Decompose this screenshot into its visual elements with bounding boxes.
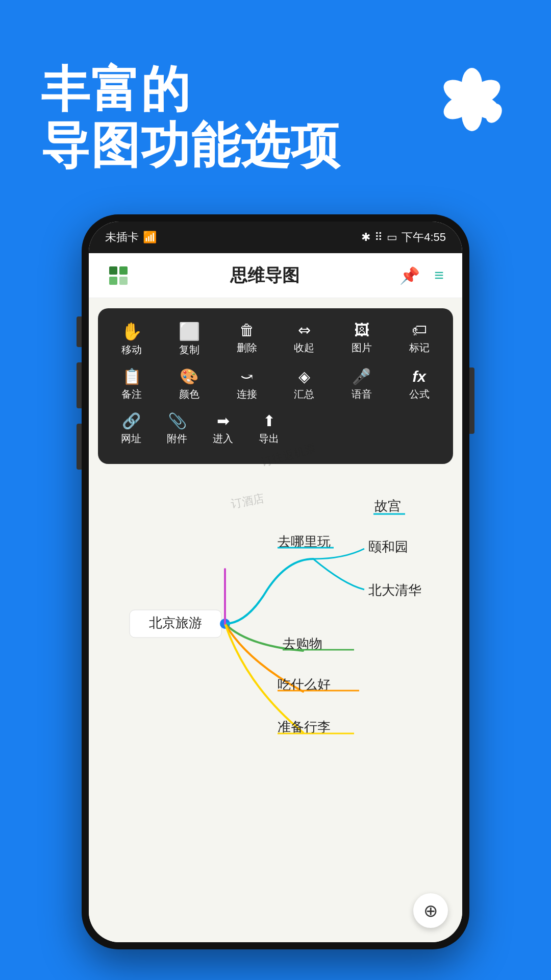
image-icon: 🖼 (354, 323, 369, 338)
move-icon: ✋ (121, 323, 142, 340)
bluetooth-icon: ✱ (361, 231, 370, 244)
content-area: ✋ 移动 ⬜ 复制 🗑 删除 ⇔ 收起 (89, 298, 462, 942)
app-title: 思维导图 (230, 264, 299, 287)
phone-silent (77, 424, 82, 470)
move-label: 移动 (121, 343, 142, 357)
app-logo-icon[interactable] (107, 264, 130, 287)
toolbar-attachment[interactable]: 📎 附件 (154, 409, 200, 450)
image-label: 图片 (352, 341, 372, 355)
collapse-label: 收起 (294, 341, 314, 355)
svg-rect-7 (109, 266, 117, 275)
toolbar-color[interactable]: 🎨 颜色 (166, 365, 212, 405)
tag-label: 标记 (409, 341, 430, 355)
app-bar-icons: 📌 ≡ (399, 266, 444, 285)
toolbar-tag[interactable]: 🏷 标记 (396, 318, 442, 361)
signal-icon: 📶 (143, 231, 157, 244)
enter-icon: ➡ (217, 413, 230, 429)
tag-icon: 🏷 (412, 323, 427, 338)
summary-label: 汇总 (294, 387, 314, 401)
toolbar-delete[interactable]: 🗑 删除 (224, 318, 270, 361)
voice-label: 语音 (352, 387, 372, 401)
formula-label: 公式 (409, 387, 430, 401)
phone-volume-up (77, 316, 82, 347)
svg-text:故宫: 故宫 (374, 498, 401, 513)
time-display: 下午4:55 (402, 230, 446, 245)
collapse-icon: ⇔ (298, 323, 311, 338)
status-right: ✱ ⠿ ▭ 下午4:55 (361, 230, 446, 245)
phone-mockup: 未插卡 📶 ✱ ⠿ ▭ 下午4:55 (82, 214, 469, 949)
export-icon: ⬆ (263, 413, 276, 429)
phone-volume-down (77, 362, 82, 408)
toolbar-row-3: 🔗 网址 📎 附件 ➡ 进入 ⬆ 导出 (103, 409, 448, 450)
svg-text:准备行李: 准备行李 (278, 719, 331, 734)
export-label: 导出 (259, 432, 279, 446)
url-label: 网址 (121, 432, 141, 446)
summary-icon: ◈ (298, 369, 310, 384)
formula-icon: fx (412, 369, 426, 384)
connect-icon: ⤻ (240, 369, 253, 384)
delete-icon: 🗑 (239, 323, 255, 338)
toolbar-row-1: ✋ 移动 ⬜ 复制 🗑 删除 ⇔ 收起 (103, 318, 448, 361)
status-left: 未插卡 📶 (105, 230, 157, 245)
toolbar-note[interactable]: 📋 备注 (109, 365, 155, 405)
attachment-icon: 📎 (168, 413, 187, 429)
toolbar-image[interactable]: 🖼 图片 (339, 318, 385, 361)
phone-screen: 未插卡 📶 ✱ ⠿ ▭ 下午4:55 (89, 222, 462, 942)
app-bar: 思维导图 📌 ≡ (89, 253, 462, 298)
toolbar-url[interactable]: 🔗 网址 (108, 409, 154, 450)
menu-icon[interactable]: ≡ (434, 266, 444, 285)
phone-power (469, 368, 474, 434)
header-line1: 丰富的 (41, 61, 341, 117)
enter-label: 进入 (213, 432, 233, 446)
color-label: 颜色 (179, 387, 199, 401)
attachment-label: 附件 (167, 432, 187, 446)
copy-label: 复制 (179, 343, 199, 357)
copy-icon: ⬜ (179, 323, 200, 340)
url-icon: 🔗 (122, 413, 141, 429)
pin-icon[interactable]: 📌 (399, 266, 420, 285)
header-line2: 导图功能选项 (41, 117, 341, 174)
battery-icon: ▭ (387, 231, 397, 244)
toolbar-export[interactable]: ⬆ 导出 (246, 409, 292, 450)
svg-rect-10 (119, 277, 128, 285)
delete-label: 删除 (237, 341, 257, 355)
vibrate-icon: ⠿ (374, 231, 383, 244)
toolbar-move[interactable]: ✋ 移动 (109, 318, 155, 361)
header-text: 丰富的 导图功能选项 (41, 61, 341, 174)
svg-rect-9 (109, 277, 117, 285)
toolbar-summary[interactable]: ◈ 汇总 (281, 365, 327, 405)
svg-text:北大清华: 北大清华 (368, 582, 421, 598)
phone-frame: 未插卡 📶 ✱ ⠿ ▭ 下午4:55 (82, 214, 469, 949)
toolbar-popup: ✋ 移动 ⬜ 复制 🗑 删除 ⇔ 收起 (98, 308, 453, 464)
status-bar: 未插卡 📶 ✱ ⠿ ▭ 下午4:55 (89, 222, 462, 253)
toolbar-formula[interactable]: fx 公式 (396, 365, 442, 405)
toolbar-copy[interactable]: ⬜ 复制 (166, 318, 212, 361)
svg-text:北京旅游: 北京旅游 (149, 615, 202, 630)
carrier-text: 未插卡 (105, 230, 139, 245)
svg-text:订酒店: 订酒店 (230, 492, 265, 510)
toolbar-voice[interactable]: 🎤 语音 (339, 365, 385, 405)
svg-text:颐和园: 颐和园 (368, 539, 408, 554)
toolbar-connect[interactable]: ⤻ 连接 (224, 365, 270, 405)
flower-logo-icon (439, 66, 505, 133)
note-icon: 📋 (122, 369, 141, 384)
zoom-button[interactable]: ⊕ (413, 893, 448, 928)
toolbar-row-2: 📋 备注 🎨 颜色 ⤻ 连接 ◈ 汇总 (103, 365, 448, 405)
color-icon: 🎨 (180, 369, 198, 384)
note-label: 备注 (121, 387, 142, 401)
toolbar-collapse[interactable]: ⇔ 收起 (281, 318, 327, 361)
voice-icon: 🎤 (352, 369, 371, 384)
toolbar-enter[interactable]: ➡ 进入 (200, 409, 246, 450)
svg-rect-8 (119, 266, 128, 275)
connect-label: 连接 (237, 387, 257, 401)
